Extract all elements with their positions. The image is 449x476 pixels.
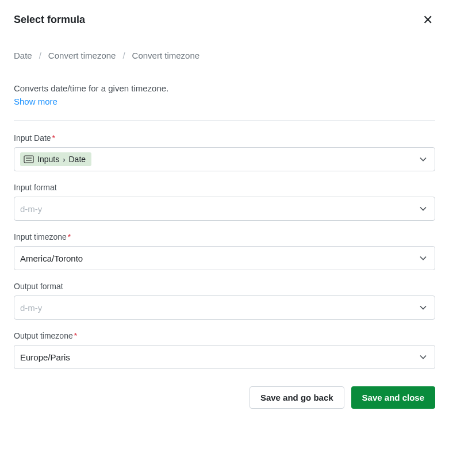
breadcrumb-separator: / — [122, 51, 125, 60]
svg-rect-0 — [24, 156, 33, 163]
chevron-down-icon — [420, 355, 427, 359]
chevron-down-icon — [420, 206, 427, 211]
required-marker: * — [74, 331, 77, 340]
divider — [14, 120, 435, 121]
chevron-down-icon — [420, 305, 427, 310]
breadcrumb-item[interactable]: Convert timezone — [48, 51, 116, 60]
close-icon[interactable]: ✕ — [420, 14, 435, 26]
output-format-field[interactable]: d-m-y — [14, 295, 435, 320]
output-timezone-field[interactable]: Europe/Paris — [14, 345, 435, 369]
required-marker: * — [52, 133, 55, 143]
label-text: Output timezone — [14, 331, 73, 340]
variable-icon — [24, 155, 34, 164]
input-format-label: Input format — [14, 183, 435, 192]
output-format-label: Output format — [14, 282, 435, 291]
save-and-go-back-button[interactable]: Save and go back — [250, 386, 344, 409]
formula-description: Converts date/time for a given timezone. — [14, 83, 435, 93]
breadcrumb: Date / Convert timezone / Convert timezo… — [14, 51, 435, 60]
field-value: Europe/Paris — [20, 352, 70, 362]
save-and-close-button[interactable]: Save and close — [351, 386, 435, 409]
show-more-link[interactable]: Show more — [14, 97, 57, 106]
breadcrumb-item[interactable]: Date — [14, 51, 32, 60]
input-date-label: Input Date* — [14, 133, 435, 143]
label-text: Input Date — [14, 133, 51, 143]
chip-segment: Date — [68, 155, 86, 164]
input-timezone-label: Input timezone* — [14, 232, 435, 241]
input-timezone-field[interactable]: America/Toronto — [14, 246, 435, 270]
breadcrumb-separator: / — [39, 51, 41, 60]
label-text: Output format — [14, 282, 63, 291]
placeholder: d-m-y — [20, 204, 42, 214]
field-value: America/Toronto — [20, 254, 83, 263]
label-text: Input format — [14, 183, 57, 192]
chevron-right-icon: › — [63, 155, 65, 164]
label-text: Input timezone — [14, 232, 67, 241]
chevron-down-icon — [420, 256, 427, 260]
output-timezone-label: Output timezone* — [14, 331, 435, 340]
chevron-down-icon — [420, 157, 427, 162]
breadcrumb-item: Convert timezone — [132, 51, 200, 60]
chip-segment: Inputs — [37, 155, 59, 164]
input-date-field[interactable]: Inputs › Date — [14, 147, 435, 171]
placeholder: d-m-y — [20, 303, 42, 313]
required-marker: * — [68, 232, 71, 241]
input-format-field[interactable]: d-m-y — [14, 197, 435, 221]
modal-title: Select formula — [14, 14, 85, 26]
variable-chip[interactable]: Inputs › Date — [20, 152, 91, 166]
